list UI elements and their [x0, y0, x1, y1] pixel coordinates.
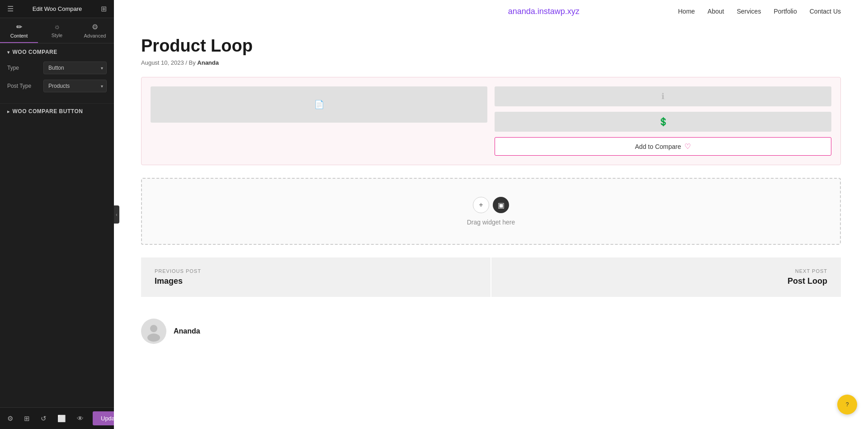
price-icon: 💲 — [658, 117, 668, 127]
info-icon: ℹ — [661, 91, 665, 101]
grid-icon[interactable]: ⊞ — [101, 5, 107, 13]
sidebar-bottom-toolbar: ⚙ ⊞ ↺ ⬜ 👁 Update ▲ — [0, 407, 114, 429]
previous-post-title: Images — [155, 276, 477, 286]
sidebar-title: Edit Woo Compare — [33, 5, 82, 12]
preview-icon[interactable]: 👁 — [75, 413, 85, 424]
svg-point-1 — [150, 325, 157, 332]
post-type-select[interactable]: Products Posts — [43, 80, 107, 92]
sidebar-tabs: ✏ Content ☼ Style ⚙ Advanced — [0, 18, 114, 43]
nav-contact[interactable]: Contact Us — [810, 8, 841, 15]
woo-compare-section-header[interactable]: ▾ Woo Compare — [7, 49, 107, 55]
post-date: August 10, 2023 / By — [141, 59, 197, 66]
add-to-compare-label: Add to Compare — [635, 143, 681, 150]
woo-compare-button-title: Woo Compare Button — [13, 108, 83, 114]
top-nav: ananda.instawp.xyz Home About Services P… — [114, 0, 868, 23]
product-price-placeholder: 💲 — [495, 112, 831, 132]
collapse-handle[interactable]: ‹ — [114, 205, 119, 224]
tab-style[interactable]: ☼ Style — [38, 18, 76, 43]
tab-advanced[interactable]: ⚙ Advanced — [76, 18, 114, 43]
post-type-select-wrap: Products Posts — [43, 80, 107, 92]
post-type-row: Post Type Products Posts — [7, 80, 107, 92]
nav-home[interactable]: Home — [678, 8, 695, 15]
sidebar-header: ☰ Edit Woo Compare ⊞ — [0, 0, 114, 18]
heart-icon: ♡ — [684, 142, 691, 151]
layers-icon[interactable]: ⊞ — [22, 413, 32, 424]
type-select[interactable]: Button Checkbox — [43, 62, 107, 74]
next-post-label: NEXT POST — [505, 268, 827, 274]
next-post-link[interactable]: NEXT POST Post Loop — [491, 257, 841, 297]
content-tab-icon: ✏ — [16, 23, 22, 31]
drag-widget-text: Drag widget here — [467, 219, 515, 226]
settings-icon[interactable]: ⚙ — [5, 413, 15, 424]
hamburger-icon[interactable]: ☰ — [7, 5, 14, 13]
author-section: Ananda — [141, 310, 841, 353]
nav-services[interactable]: Services — [737, 8, 761, 15]
responsive-icon[interactable]: ⬜ — [56, 413, 68, 424]
add-widget-button[interactable]: + — [473, 197, 489, 213]
widget-library-button[interactable]: ▣ — [493, 197, 509, 213]
advanced-tab-icon: ⚙ — [92, 23, 98, 31]
product-left: 📄 — [151, 86, 487, 156]
previous-post-label: PREVIOUS POST — [155, 268, 477, 274]
author-name: Ananda — [174, 327, 200, 335]
post-meta: August 10, 2023 / By Ananda — [141, 59, 841, 66]
nav-links: Home About Services Portfolio Contact Us — [678, 8, 841, 15]
style-tab-icon: ☼ — [54, 23, 61, 31]
woo-compare-button-section-header[interactable]: ▸ Woo Compare Button — [7, 108, 107, 114]
history-icon[interactable]: ↺ — [39, 413, 48, 424]
nav-portfolio[interactable]: Portfolio — [774, 8, 797, 15]
image-icon: 📄 — [314, 100, 324, 110]
previous-post-link[interactable]: PREVIOUS POST Images — [141, 257, 491, 297]
product-card-area: 📄 ℹ 💲 Add to Compare ♡ — [141, 77, 841, 165]
post-author-name: Ananda — [197, 59, 219, 66]
svg-point-2 — [147, 334, 160, 342]
site-url[interactable]: ananda.instawp.xyz — [410, 7, 678, 16]
floating-action-button[interactable]: ? — [837, 395, 857, 415]
woo-compare-title: Woo Compare — [13, 49, 57, 55]
tab-style-label: Style — [52, 33, 62, 38]
tab-content[interactable]: ✏ Content — [0, 18, 38, 43]
drag-widget-icons: + ▣ — [473, 197, 509, 213]
page-body: Product Loop August 10, 2023 / By Ananda… — [114, 23, 868, 367]
chevron-right-icon: ▸ — [7, 109, 10, 114]
post-type-label: Post Type — [7, 83, 43, 89]
main-content: ananda.instawp.xyz Home About Services P… — [114, 0, 868, 429]
type-row: Type Button Checkbox — [7, 62, 107, 74]
product-right: ℹ 💲 Add to Compare ♡ — [495, 86, 831, 156]
sidebar: ☰ Edit Woo Compare ⊞ ✏ Content ☼ Style ⚙… — [0, 0, 114, 429]
drag-widget-area: + ▣ Drag widget here — [141, 178, 841, 245]
add-to-compare-button[interactable]: Add to Compare ♡ — [495, 137, 831, 156]
product-info-placeholder: ℹ — [495, 86, 831, 106]
post-navigation: PREVIOUS POST Images NEXT POST Post Loop — [141, 257, 841, 297]
woo-compare-button-section: ▸ Woo Compare Button — [0, 104, 114, 119]
post-title: Product Loop — [141, 36, 841, 56]
type-label: Type — [7, 65, 43, 71]
author-avatar — [141, 319, 166, 344]
type-select-wrap: Button Checkbox — [43, 62, 107, 74]
svg-text:?: ? — [846, 401, 849, 408]
woo-compare-section: ▾ Woo Compare Type Button Checkbox Post … — [0, 43, 114, 104]
product-image-placeholder: 📄 — [151, 86, 487, 123]
tab-content-label: Content — [10, 33, 28, 38]
chevron-down-icon: ▾ — [7, 50, 10, 55]
next-post-title: Post Loop — [505, 276, 827, 286]
tab-advanced-label: Advanced — [84, 33, 106, 38]
nav-about[interactable]: About — [708, 8, 724, 15]
